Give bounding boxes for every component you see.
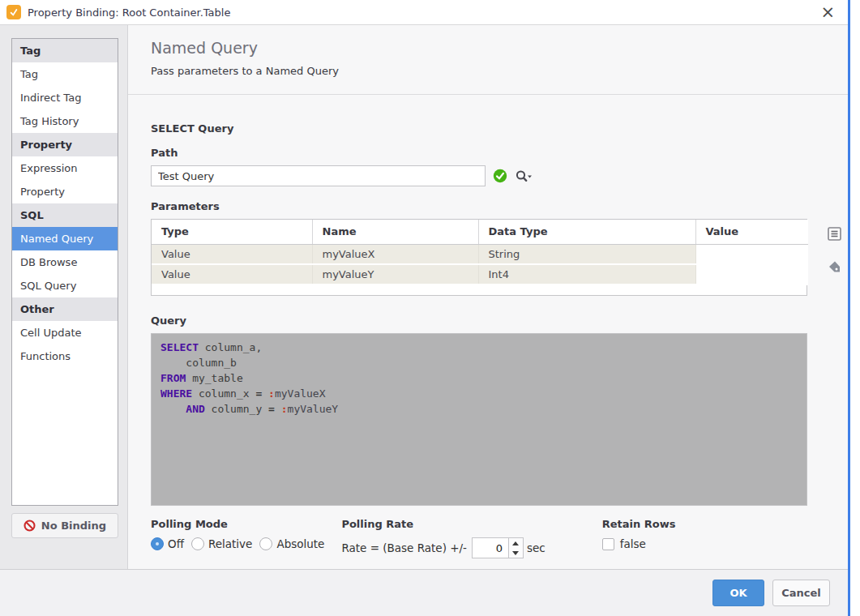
query-token: my_table [186, 372, 242, 384]
param-cell[interactable]: myValueX [312, 244, 478, 264]
sidebar-item-expression[interactable]: Expression [12, 156, 118, 180]
ok-button[interactable]: OK [712, 580, 764, 606]
list-edit-icon[interactable] [828, 227, 841, 241]
no-binding-label: No Binding [41, 520, 106, 532]
sidebar-item-property[interactable]: Property [12, 180, 118, 203]
retain-rows-checkbox[interactable] [602, 538, 614, 550]
page-header: Named Query Pass parameters to a Named Q… [128, 25, 848, 95]
param-col-type: Type [152, 220, 312, 244]
param-cell[interactable]: Value [152, 244, 312, 264]
polling-mode-relative[interactable]: Relative [191, 537, 252, 550]
query-token: myValueY [288, 403, 339, 415]
retain-rows-label: Retain Rows [602, 518, 676, 530]
query-token: SELECT [160, 341, 199, 353]
sidebar-item-tag[interactable]: Tag [12, 62, 118, 86]
polling-mode-off[interactable]: Off [151, 537, 184, 550]
query-editor: SELECT column_a, column_b FROM my_table … [151, 333, 807, 506]
polling-mode-label: Polling Mode [151, 518, 332, 530]
query-token: column_b [160, 357, 237, 369]
screen: Property Binding: Root Container.Table ×… [0, 0, 860, 616]
page-title: Named Query [151, 39, 848, 57]
sidebar-section-sql: SQL [12, 203, 118, 227]
polling-mode-absolute[interactable]: Absolute [259, 537, 324, 550]
param-row-0[interactable]: ValuemyValueXString [152, 244, 808, 264]
query-token [262, 387, 268, 400]
sidebar-item-cell-update[interactable]: Cell Update [12, 321, 118, 344]
dialog-footer: OK Cancel [0, 569, 848, 616]
parameters-table-wrap: TypeNameData TypeValue ValuemyValueXStri… [151, 219, 807, 296]
tag-icon[interactable] [828, 260, 841, 274]
sidebar-section-other: Other [12, 297, 118, 321]
query-label: Query [151, 314, 848, 327]
radio-icon [151, 537, 164, 550]
close-icon[interactable]: × [817, 4, 838, 20]
param-cell[interactable] [695, 264, 808, 284]
spinner-up-button[interactable] [509, 538, 523, 548]
binding-type-list: TagTagIndirect TagTag HistoryPropertyExp… [11, 38, 118, 506]
radio-icon [191, 537, 204, 550]
no-binding-button[interactable]: No Binding [11, 513, 118, 538]
sidebar-section-tag: Tag [12, 39, 118, 62]
binding-type-pane: TagTagIndirect TagTag HistoryPropertyExp… [0, 25, 128, 569]
query-token: column_x [192, 387, 255, 400]
param-col-data-type: Data Type [478, 220, 695, 244]
sidebar-item-named-query[interactable]: Named Query [12, 227, 118, 250]
polling-rate-group: Polling Rate Rate = (Base Rate) +/- [341, 518, 545, 558]
page-subtitle: Pass parameters to a Named Query [151, 65, 848, 77]
param-cell[interactable]: Value [152, 264, 312, 284]
polling-section: Polling Mode OffRelativeAbsolute Polling… [151, 518, 848, 558]
query-token: column_y [205, 403, 268, 415]
param-col-name: Name [312, 220, 478, 244]
param-cell[interactable]: Int4 [478, 264, 695, 284]
polling-rate-input[interactable] [472, 537, 509, 558]
query-token: = [268, 403, 275, 415]
sidebar-section-property: Property [12, 133, 118, 156]
valid-check-circle-icon [493, 169, 507, 183]
table-side-toolbar [828, 227, 841, 274]
sidebar-item-db-browse[interactable]: DB Browse [12, 250, 118, 274]
radio-label: Off [168, 537, 184, 550]
query-token: column_a, [199, 341, 262, 353]
param-cell[interactable]: String [478, 244, 695, 264]
spinner-down-button[interactable] [509, 548, 523, 558]
path-input[interactable] [151, 165, 486, 186]
polling-mode-options: OffRelativeAbsolute [151, 537, 332, 550]
param-row-1[interactable]: ValuemyValueYInt4 [152, 264, 808, 284]
cancel-button[interactable]: Cancel [772, 580, 830, 606]
path-label: Path [151, 147, 848, 159]
radio-label: Absolute [276, 537, 324, 550]
query-token [160, 403, 186, 415]
polling-rate-label: Polling Rate [341, 518, 545, 530]
query-token: AND [186, 403, 204, 415]
query-token [275, 403, 281, 415]
query-token: FROM [160, 372, 186, 384]
radio-label: Relative [208, 537, 252, 550]
sidebar-item-sql-query[interactable]: SQL Query [12, 274, 118, 297]
radio-icon [259, 537, 272, 550]
param-col-value: Value [695, 220, 808, 244]
search-dropdown-icon[interactable] [515, 169, 533, 183]
query-token: myValueX [275, 387, 326, 400]
sidebar-item-functions[interactable]: Functions [12, 344, 118, 368]
named-query-form: SELECT Query Path [128, 95, 848, 569]
query-token: : [281, 403, 288, 415]
sidebar-item-indirect-tag[interactable]: Indirect Tag [12, 86, 118, 109]
spinner-buttons [509, 537, 524, 558]
param-cell[interactable]: myValueY [312, 264, 478, 284]
query-token: WHERE [160, 387, 192, 400]
param-cell[interactable] [695, 244, 808, 264]
parameters-label: Parameters [151, 200, 848, 212]
select-query-label: SELECT Query [151, 122, 848, 135]
polling-rate-spinner [472, 537, 524, 558]
no-entry-icon [24, 520, 36, 532]
window-title: Property Binding: Root Container.Table [28, 6, 230, 19]
retain-rows-value: false [620, 537, 646, 550]
property-binding-dialog: Property Binding: Root Container.Table ×… [0, 0, 850, 616]
path-row [151, 165, 848, 186]
sidebar-item-tag-history[interactable]: Tag History [12, 109, 118, 133]
titlebar: Property Binding: Root Container.Table × [0, 0, 848, 25]
parameters-header-row: TypeNameData TypeValue [152, 220, 808, 244]
dialog-body: TagTagIndirect TagTag HistoryPropertyExp… [0, 25, 848, 569]
polling-rate-formula: Rate = (Base Rate) +/- [341, 541, 467, 554]
main-pane: Named Query Pass parameters to a Named Q… [128, 25, 848, 569]
